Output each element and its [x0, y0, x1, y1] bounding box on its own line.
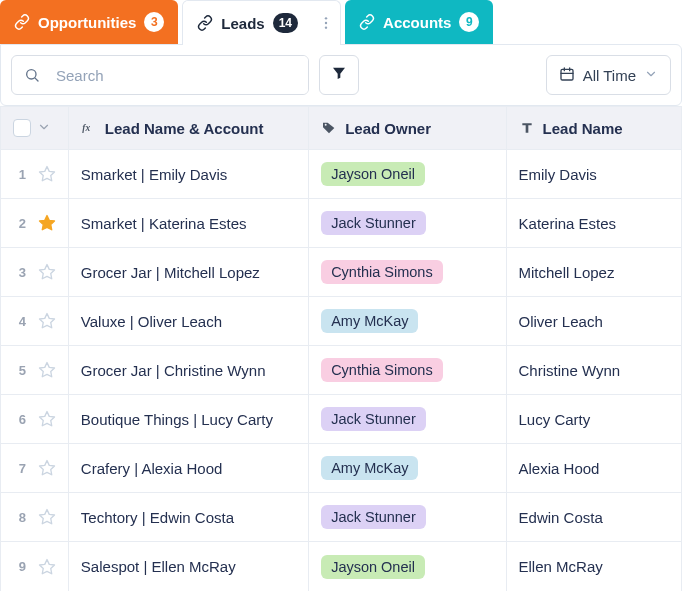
- header-owner[interactable]: Lead Owner: [309, 107, 506, 149]
- owner-tag: Jack Stunner: [321, 505, 426, 529]
- lead-account-text: Crafery | Alexia Hood: [81, 460, 222, 477]
- table-row[interactable]: 4 Valuxe | Oliver Leach Amy McKay Oliver…: [1, 297, 681, 346]
- row-number: 3: [13, 265, 32, 280]
- row-number: 7: [13, 461, 32, 476]
- header-label: Lead Owner: [345, 120, 431, 137]
- tab-badge: 14: [273, 13, 298, 33]
- table-row[interactable]: 1 Smarket | Emily Davis Jayson Oneil Emi…: [1, 150, 681, 199]
- lead-name-text: Ellen McRay: [519, 558, 603, 575]
- svg-marker-17: [39, 461, 54, 475]
- svg-marker-11: [39, 167, 54, 181]
- header-fx[interactable]: fx Lead Name & Account: [69, 107, 309, 149]
- leads-table: fx Lead Name & Account Lead Owner Lead N…: [0, 106, 682, 591]
- row-gutter: 8: [1, 493, 69, 541]
- tab-badge: 9: [459, 12, 479, 32]
- tab-menu-button[interactable]: [312, 15, 340, 31]
- filter-icon: [331, 65, 347, 85]
- search-input[interactable]: [48, 56, 308, 94]
- svg-point-1: [325, 22, 327, 24]
- row-number: 5: [13, 363, 32, 378]
- table-row[interactable]: 3 Grocer Jar | Mitchell Lopez Cynthia Si…: [1, 248, 681, 297]
- cell-lead-account[interactable]: Salespot | Ellen McRay: [69, 542, 309, 591]
- owner-tag: Jack Stunner: [321, 211, 426, 235]
- header-label: Lead Name & Account: [105, 120, 264, 137]
- star-toggle[interactable]: [38, 558, 56, 576]
- star-toggle[interactable]: [38, 312, 56, 330]
- star-toggle[interactable]: [38, 263, 56, 281]
- cell-owner[interactable]: Jack Stunner: [309, 395, 506, 443]
- toolbar-left: [11, 55, 359, 95]
- chevron-down-icon[interactable]: [37, 120, 51, 137]
- tabs-bar: Opportunities 3 Leads 14 Accounts 9: [0, 0, 682, 45]
- time-range-button[interactable]: All Time: [546, 55, 671, 95]
- tab-opportunities[interactable]: Opportunities 3: [0, 0, 178, 44]
- lead-account-text: Salespot | Ellen McRay: [81, 558, 236, 575]
- cell-lead-name[interactable]: Christine Wynn: [507, 346, 681, 394]
- lead-account-text: Techtory | Edwin Costa: [81, 509, 234, 526]
- row-gutter: 5: [1, 346, 69, 394]
- cell-owner[interactable]: Cynthia Simons: [309, 248, 506, 296]
- table-row[interactable]: 8 Techtory | Edwin Costa Jack Stunner Ed…: [1, 493, 681, 542]
- table-row[interactable]: 9 Salespot | Ellen McRay Jayson Oneil El…: [1, 542, 681, 591]
- cell-owner[interactable]: Jayson Oneil: [309, 542, 506, 591]
- link-icon: [359, 14, 375, 30]
- time-range-label: All Time: [583, 67, 636, 84]
- lead-name-text: Katerina Estes: [519, 215, 617, 232]
- star-toggle[interactable]: [38, 214, 56, 232]
- cell-owner[interactable]: Amy McKay: [309, 297, 506, 345]
- table-row[interactable]: 5 Grocer Jar | Christine Wynn Cynthia Si…: [1, 346, 681, 395]
- cell-owner[interactable]: Jack Stunner: [309, 493, 506, 541]
- star-toggle[interactable]: [38, 410, 56, 428]
- cell-lead-name[interactable]: Oliver Leach: [507, 297, 681, 345]
- select-all-checkbox[interactable]: [13, 119, 31, 137]
- tab-leads[interactable]: Leads 14: [183, 1, 312, 45]
- table-row[interactable]: 2 Smarket | Katerina Estes Jack Stunner …: [1, 199, 681, 248]
- cell-lead-name[interactable]: Alexia Hood: [507, 444, 681, 492]
- owner-tag: Cynthia Simons: [321, 358, 443, 382]
- cell-lead-account[interactable]: Grocer Jar | Christine Wynn: [69, 346, 309, 394]
- svg-marker-19: [39, 559, 54, 573]
- cell-lead-name[interactable]: Ellen McRay: [507, 542, 681, 591]
- cell-lead-name[interactable]: Emily Davis: [507, 150, 681, 198]
- tab-label: Leads: [221, 15, 264, 32]
- owner-tag: Cynthia Simons: [321, 260, 443, 284]
- lead-account-text: Smarket | Katerina Estes: [81, 215, 247, 232]
- cell-lead-account[interactable]: Smarket | Emily Davis: [69, 150, 309, 198]
- cell-owner[interactable]: Amy McKay: [309, 444, 506, 492]
- cell-owner[interactable]: Cynthia Simons: [309, 346, 506, 394]
- cell-lead-account[interactable]: Valuxe | Oliver Leach: [69, 297, 309, 345]
- calendar-icon: [559, 66, 575, 85]
- cell-lead-name[interactable]: Edwin Costa: [507, 493, 681, 541]
- tab-leads-wrap: Leads 14: [182, 0, 341, 45]
- star-toggle[interactable]: [38, 361, 56, 379]
- lead-account-text: Smarket | Emily Davis: [81, 166, 227, 183]
- lead-account-text: Grocer Jar | Christine Wynn: [81, 362, 266, 379]
- search-icon: [12, 67, 48, 83]
- svg-rect-5: [561, 69, 573, 80]
- svg-marker-18: [39, 510, 54, 524]
- cell-lead-name[interactable]: Lucy Carty: [507, 395, 681, 443]
- cell-owner[interactable]: Jack Stunner: [309, 199, 506, 247]
- owner-tag: Jayson Oneil: [321, 162, 425, 186]
- svg-marker-12: [39, 216, 54, 230]
- filter-button[interactable]: [319, 55, 359, 95]
- cell-lead-account[interactable]: Grocer Jar | Mitchell Lopez: [69, 248, 309, 296]
- svg-marker-14: [39, 314, 54, 328]
- header-name[interactable]: Lead Name: [507, 107, 681, 149]
- star-toggle[interactable]: [38, 508, 56, 526]
- cell-lead-account[interactable]: Smarket | Katerina Estes: [69, 199, 309, 247]
- cell-lead-name[interactable]: Mitchell Lopez: [507, 248, 681, 296]
- star-toggle[interactable]: [38, 165, 56, 183]
- cell-lead-account[interactable]: Techtory | Edwin Costa: [69, 493, 309, 541]
- cell-lead-account[interactable]: Crafery | Alexia Hood: [69, 444, 309, 492]
- svg-point-0: [325, 17, 327, 19]
- cell-owner[interactable]: Jayson Oneil: [309, 150, 506, 198]
- cell-lead-account[interactable]: Boutique Things | Lucy Carty: [69, 395, 309, 443]
- star-toggle[interactable]: [38, 459, 56, 477]
- cell-lead-name[interactable]: Katerina Estes: [507, 199, 681, 247]
- tab-accounts[interactable]: Accounts 9: [345, 0, 493, 44]
- table-row[interactable]: 7 Crafery | Alexia Hood Amy McKay Alexia…: [1, 444, 681, 493]
- row-gutter: 4: [1, 297, 69, 345]
- lead-account-text: Valuxe | Oliver Leach: [81, 313, 222, 330]
- table-row[interactable]: 6 Boutique Things | Lucy Carty Jack Stun…: [1, 395, 681, 444]
